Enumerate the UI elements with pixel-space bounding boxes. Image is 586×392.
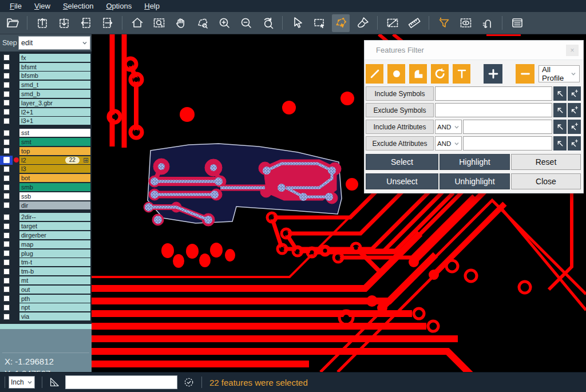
unit-select[interactable]: Inch xyxy=(9,376,35,389)
layer-checkbox[interactable] xyxy=(0,201,13,210)
layer-name-bar[interactable]: map xyxy=(19,240,90,248)
layer-name-bar[interactable]: npt xyxy=(19,303,90,311)
layer-row-top[interactable]: top xyxy=(0,146,92,156)
layer-row-npt[interactable]: npt xyxy=(0,303,92,312)
nw-arrow-icon[interactable] xyxy=(553,136,567,151)
layer-row-dir[interactable]: dir xyxy=(0,201,92,210)
layer-row-smd_t[interactable]: smd_t xyxy=(0,80,92,89)
zoom-previous-icon[interactable] xyxy=(259,14,276,32)
layer-checkbox[interactable] xyxy=(0,98,13,108)
layer-checkbox[interactable] xyxy=(0,249,13,258)
reset-button[interactable]: Reset xyxy=(511,154,581,170)
layer-row-l2[interactable]: l222⊞ xyxy=(0,156,92,165)
layer-checkbox[interactable] xyxy=(0,146,13,156)
import-down-icon[interactable] xyxy=(55,14,73,32)
layer-row-smb[interactable]: smb xyxy=(0,183,92,192)
refresh-icon[interactable] xyxy=(183,377,195,388)
arc-tool-icon[interactable] xyxy=(431,64,449,84)
layer-row-layer_3.gbr[interactable]: layer_3.gbr xyxy=(0,98,92,108)
layer-checkbox[interactable] xyxy=(0,276,13,285)
layer-checkbox[interactable] xyxy=(0,294,13,303)
layer-checkbox[interactable] xyxy=(0,80,13,89)
step-select[interactable]: edit xyxy=(18,36,90,50)
folder-open-icon[interactable] xyxy=(3,14,21,32)
nw-arrow-plus-icon[interactable] xyxy=(568,86,581,101)
layer-name-bar[interactable]: l3 xyxy=(19,165,90,173)
filter-value-input[interactable] xyxy=(435,86,552,101)
menu-options[interactable]: Options xyxy=(100,0,138,12)
polygon-select-icon[interactable] xyxy=(332,14,350,32)
layer-name-bar[interactable]: smd_t xyxy=(19,81,90,89)
layer-name-bar[interactable]: dirgerber xyxy=(19,231,90,239)
layer-name-bar[interactable]: target xyxy=(19,222,90,230)
layer-name-bar[interactable]: smt xyxy=(19,138,90,146)
layer-row-smt[interactable]: smt xyxy=(0,137,92,146)
layer-checkbox[interactable] xyxy=(0,221,13,231)
layer-row-via[interactable]: via xyxy=(0,312,92,321)
layer-checkbox[interactable] xyxy=(0,137,13,146)
pad-tool-icon[interactable] xyxy=(387,64,405,84)
snap-icon[interactable] xyxy=(478,14,496,32)
layer-row-l3[interactable]: l3 xyxy=(0,165,92,174)
rect-select-icon[interactable] xyxy=(310,14,328,32)
layer-name-bar[interactable]: l222⊞ xyxy=(19,156,90,164)
nw-arrow-plus-icon[interactable] xyxy=(568,120,581,134)
layer-checkbox[interactable] xyxy=(0,192,13,201)
line-tool-icon[interactable] xyxy=(366,64,383,84)
layer-checkbox[interactable] xyxy=(0,108,13,117)
nw-arrow-icon[interactable] xyxy=(553,86,567,101)
layer-name-bar[interactable]: smb xyxy=(19,183,90,191)
layer-name-bar[interactable]: tm-b xyxy=(19,267,90,275)
home-icon[interactable] xyxy=(128,14,146,32)
layer-name-bar[interactable]: 2dir-- xyxy=(19,213,90,221)
layer-row-dirgerber[interactable]: dirgerber xyxy=(0,231,92,240)
filter-label-button[interactable]: Include Attributes xyxy=(366,120,434,134)
layer-row-bfsmb[interactable]: bfsmb xyxy=(0,72,92,81)
layer-row-plug[interactable]: plug xyxy=(0,249,92,258)
layer-checkbox[interactable] xyxy=(0,173,13,183)
export-up-icon[interactable] xyxy=(33,14,51,32)
zoom-out-icon[interactable] xyxy=(237,14,255,32)
highlight-button[interactable]: Highlight xyxy=(440,154,510,170)
layer-name-bar[interactable]: via xyxy=(19,312,90,320)
layer-checkbox[interactable] xyxy=(0,267,13,276)
unhighlight-button[interactable]: Unhighlight xyxy=(440,173,510,189)
layer-name-bar[interactable]: plug xyxy=(19,250,90,258)
surface-tool-icon[interactable] xyxy=(409,64,427,84)
layer-row-fx[interactable]: fx xyxy=(0,53,92,62)
command-input[interactable] xyxy=(65,375,177,389)
layer-checkbox[interactable] xyxy=(0,213,13,222)
layer-name-bar[interactable]: fx xyxy=(19,54,90,62)
layer-row-ssb[interactable]: ssb xyxy=(0,192,92,201)
filter-icon[interactable] xyxy=(435,14,453,32)
angle-measure-icon[interactable] xyxy=(48,376,61,389)
filter-value-input[interactable] xyxy=(463,136,552,151)
clean-brush-icon[interactable] xyxy=(354,14,371,32)
grid-icon[interactable]: ⊞ xyxy=(83,157,89,164)
minus-tool-icon[interactable] xyxy=(516,64,534,84)
layer-row-bfsmt[interactable]: bfsmt xyxy=(0,62,92,72)
layer-name-bar[interactable]: bfsmt xyxy=(19,63,90,71)
panel-icon[interactable] xyxy=(508,14,526,32)
filter-value-input[interactable] xyxy=(463,120,552,134)
layer-row-mt[interactable]: mt xyxy=(0,276,92,285)
layer-name-bar[interactable]: l2+1 xyxy=(19,108,90,116)
layer-row-bot[interactable]: bot xyxy=(0,173,92,183)
layer-row-map[interactable]: map xyxy=(0,240,92,249)
profile-select[interactable]: All Profile xyxy=(539,65,580,82)
menu-file[interactable]: File xyxy=(3,0,28,12)
layer-row-l3+1[interactable]: l3+1 xyxy=(0,117,92,126)
close-button[interactable]: Close xyxy=(511,173,581,189)
layer-name-bar[interactable]: pth xyxy=(19,295,90,303)
zoom-in-icon[interactable] xyxy=(215,14,233,32)
layer-row-pth[interactable]: pth xyxy=(0,294,92,303)
layer-checkbox[interactable] xyxy=(0,72,13,81)
filter-value-input[interactable] xyxy=(435,103,552,117)
filter-label-button[interactable]: Exclude Symbols xyxy=(366,103,434,117)
layer-name-bar[interactable]: sst xyxy=(19,129,90,137)
layer-row-out[interactable]: out xyxy=(0,285,92,294)
layer-name-bar[interactable]: dir xyxy=(19,201,90,209)
menu-view[interactable]: View xyxy=(28,0,57,12)
select-arrow-icon[interactable] xyxy=(288,14,306,32)
nw-arrow-icon[interactable] xyxy=(553,103,567,117)
